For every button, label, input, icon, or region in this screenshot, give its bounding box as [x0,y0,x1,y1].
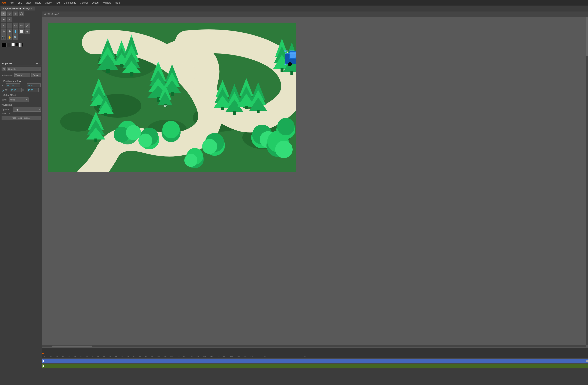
canvas-vertical-scrollbar[interactable] [586,17,588,345]
lasso-tool[interactable]: ◯ [19,11,24,16]
y-field: Y: [22,83,41,87]
fill-color-swatch[interactable] [6,43,11,47]
menu-bar: An File Edit View Insert Modify Text Com… [0,0,588,5]
ruler-mark-32: 165 [244,356,247,358]
ruler-mark-35: 7s [304,356,306,358]
symbol-type-chevron [39,68,40,70]
canvas-stage: ☛ [48,23,296,172]
menu-debug[interactable]: Debug [90,1,100,4]
ruler-mark-5: 30 [74,356,76,358]
pen-tool[interactable]: ✒ [1,17,6,22]
instance-input[interactable] [14,73,30,77]
line-tool[interactable]: ╱ [1,23,6,28]
menu-commands[interactable]: Commands [62,1,78,4]
color-effect-section[interactable]: Color Effect [1,93,41,97]
menu-modify[interactable]: Modify [43,1,53,4]
ellipse-tool[interactable]: ○ [7,23,12,28]
rect-tool[interactable]: ▭ [13,23,18,28]
text-tool[interactable]: T [7,17,12,22]
ruler-mark-25: 130 [196,356,199,358]
menu-window[interactable]: Window [101,1,113,4]
no-color-swatch[interactable] [19,43,23,47]
ruler-mark-29: 5s [223,356,225,358]
document-tab[interactable]: V2_Animation.fla (Canvas)* × [1,6,35,10]
bg-layer-frames[interactable] [42,363,588,369]
ruler-mark-7: 40 [85,356,87,358]
menu-edit[interactable]: Edit [16,1,23,4]
svg-point-65 [138,134,152,147]
menu-control[interactable]: Control [78,1,89,4]
ruler-mark-20: 105 [164,356,167,358]
ruler-mark-8: 45 [91,356,93,358]
zoom-tool[interactable]: 🔍 [13,34,18,40]
menu-text[interactable]: Text [54,1,62,4]
ruler-mark-13: 70 [121,356,123,358]
ruler-mark-1: 10 [50,356,52,358]
tool-row-1: ↖ ⊹ ⊡ ◯ [1,11,42,16]
car-layer-frames[interactable] [42,359,588,363]
symbol-type-dropdown[interactable]: Graphic [7,67,41,71]
transform-tool[interactable]: ⊡ [13,11,18,16]
stroke-color-swatch[interactable] [1,43,6,47]
use-frame-picker-button[interactable]: Use Frame Picker... [1,116,41,120]
h-field: H: [22,88,41,92]
canvas-area[interactable]: ☛ [42,17,588,347]
camera-tool[interactable]: 📷 [1,34,6,40]
position-size-section[interactable]: Position and Size [1,79,41,83]
brush-tool[interactable]: 🖌 [24,23,30,28]
menu-view[interactable]: View [24,1,32,4]
pencil-tool[interactable]: ✏ [19,23,24,28]
hand-tool[interactable]: ✋ [7,34,12,40]
properties-header: Properties — × [0,61,42,66]
options-dropdown[interactable]: Loop [13,107,41,112]
tool-row-5: 📷 ✋ 🔍 [1,34,42,40]
canvas-horizontal-scrollbar[interactable] [42,345,586,347]
timeline-frames[interactable]: 5 10 15 20 1s 30 35 40 45 50 55 2s 65 70… [42,353,588,385]
properties-body: ⊞ Graphic Instance of: Swap... Position … [0,66,42,121]
black-swatch[interactable] [15,43,19,46]
breadcrumb-back-arrow[interactable]: ◀ [44,12,46,16]
style-dropdown[interactable]: None [9,97,28,102]
panel-close-button[interactable]: × [39,62,41,65]
tool-row-4: ⊘ ⬟ 💧 ⬜ ◈ [1,28,42,34]
paint-bucket-tool[interactable]: ⬟ [7,28,12,34]
menu-help[interactable]: Help [113,1,122,4]
x-input[interactable] [6,83,20,87]
eraser-tool[interactable]: ⬜ [19,28,24,34]
subselect-tool[interactable]: ⊹ [7,11,12,16]
svg-rect-89 [291,71,294,75]
y-input[interactable] [27,83,41,87]
ruler-mark-10: 55 [103,356,105,358]
menu-file[interactable]: File [8,1,15,4]
link-icon[interactable]: 🔗 [1,89,4,91]
bone-tool[interactable]: ⊘ [1,28,6,34]
style-row: Style: None [1,97,41,102]
panel-collapse-button[interactable]: — [35,62,38,65]
svg-rect-104 [285,64,286,65]
options-value: Loop [14,108,19,111]
eyedropper-tool[interactable]: 💧 [13,28,18,34]
car-frame-block [42,359,588,363]
ruler-mark-34: 6s [264,356,266,358]
h-input[interactable] [27,88,39,92]
white-swatch[interactable] [11,43,15,46]
arrow-tool[interactable]: ↖ [1,11,6,16]
w-input[interactable] [10,88,21,92]
gradient-tool[interactable]: ◈ [24,28,30,34]
properties-panel: Properties — × ⊞ Graphic Instance of: Sw… [0,61,42,347]
svg-rect-50 [233,111,236,115]
x-field: X: [1,83,21,87]
x-label: X: [1,84,5,87]
looping-section[interactable]: Looping [1,103,41,106]
menu-insert[interactable]: Insert [33,1,42,4]
h-label: H: [22,89,26,91]
playhead-triangle [42,353,44,355]
tool-row-2: ✒ T [1,17,42,22]
ruler-mark-31: 160 [237,356,240,358]
tool-row-3: ╱ ○ ▭ ✏ 🖌 [1,23,42,28]
tab-close-button[interactable]: × [31,7,32,10]
breadcrumb-bar: ◀ 🎬 Scene 1 [42,11,588,17]
playhead[interactable] [43,353,43,358]
timeline: Timeline Output 👁 🔒 ⬜ ◀ ▶ ▶▶ ⟲ 👁 · [0,347,588,385]
swap-button[interactable]: Swap... [31,73,41,77]
